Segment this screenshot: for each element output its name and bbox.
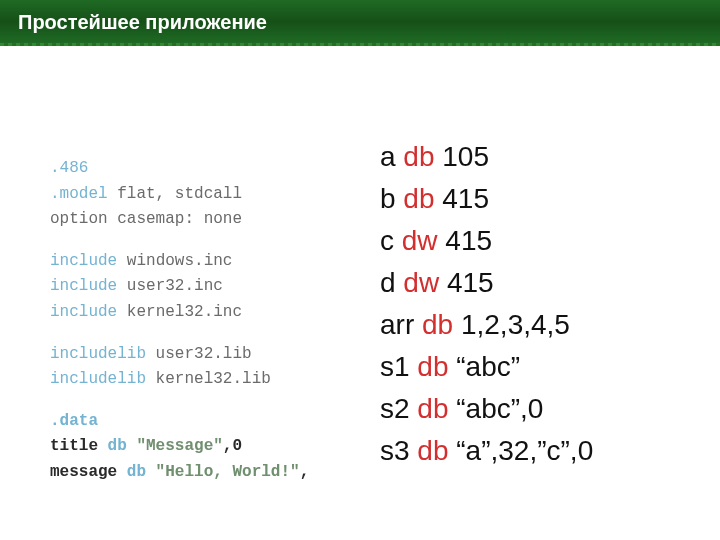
code-var: message [50, 463, 127, 481]
code-line: user32.lib [146, 345, 252, 363]
code-line: user32.inc [117, 277, 223, 295]
data-directive: dw [403, 267, 439, 298]
data-directive: dw [402, 225, 438, 256]
code-var: title [50, 437, 108, 455]
data-directive: db [417, 435, 448, 466]
code-str: "Hello, World!" [146, 463, 300, 481]
data-directive: db [422, 309, 453, 340]
code-line: windows.inc [117, 252, 232, 270]
slide-content: .486 .model flat, stdcall option casemap… [0, 46, 720, 146]
code-str: "Message" [127, 437, 223, 455]
data-directive: db [417, 351, 448, 382]
data-directive: db [403, 141, 434, 172]
code-line: kernel32.lib [146, 370, 271, 388]
data-value: “abc”,0 [449, 393, 544, 424]
data-var: s2 [380, 393, 417, 424]
data-definitions-block: a db 105 b db 415 c dw 415 d dw 415 arr … [380, 136, 593, 472]
data-var: c [380, 225, 402, 256]
slide-title-bar: Простейшее приложение [0, 0, 720, 46]
code-line: kernel32.inc [117, 303, 242, 321]
data-directive: db [403, 183, 434, 214]
code-line: .486 [50, 159, 88, 177]
data-value: 1,2,3,4,5 [453, 309, 570, 340]
assembly-code-block: .486 .model flat, stdcall option casemap… [50, 156, 309, 502]
data-var: arr [380, 309, 422, 340]
data-var: a [380, 141, 403, 172]
data-value: 415 [438, 225, 493, 256]
code-line: flat, stdcall [108, 185, 242, 203]
code-line: option casemap: none [50, 210, 242, 228]
code-kw: include [50, 277, 117, 295]
data-var: s3 [380, 435, 417, 466]
code-line: , [300, 463, 310, 481]
data-value: 415 [435, 183, 490, 214]
code-kw: includelib [50, 345, 146, 363]
code-line: ,0 [223, 437, 242, 455]
code-kw: include [50, 303, 117, 321]
code-line: .model [50, 185, 108, 203]
code-kw: .data [50, 412, 98, 430]
code-kw: includelib [50, 370, 146, 388]
data-value: “abc” [449, 351, 521, 382]
code-kw: include [50, 252, 117, 270]
code-kw: db [108, 437, 127, 455]
code-kw: db [127, 463, 146, 481]
data-var: d [380, 267, 403, 298]
data-var: s1 [380, 351, 417, 382]
data-directive: db [417, 393, 448, 424]
data-value: “a”,32,”c”,0 [449, 435, 594, 466]
data-value: 105 [435, 141, 490, 172]
data-value: 415 [439, 267, 494, 298]
data-var: b [380, 183, 403, 214]
slide-title: Простейшее приложение [18, 11, 267, 33]
